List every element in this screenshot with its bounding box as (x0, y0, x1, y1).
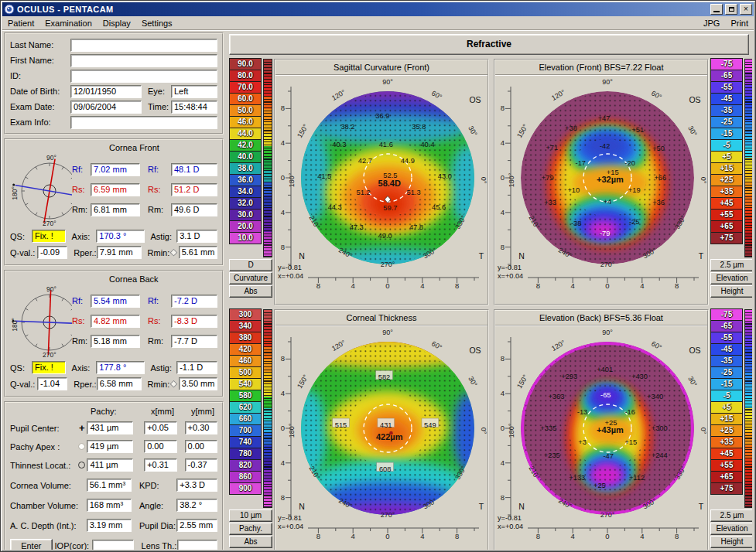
cornea-back-rs-mm-field[interactable]: 4.82 mm (91, 315, 140, 328)
rmin-front-field[interactable]: 5.61 mm (179, 246, 217, 259)
vol-value-field[interactable]: 3.19 mm (87, 519, 132, 532)
angle-label: 270° (600, 261, 615, 268)
angle-label: 270° (381, 511, 395, 519)
svg-text:4: 4 (640, 532, 644, 540)
id-label: ID: (10, 71, 70, 80)
scale-button-2-5-m[interactable]: 2.5 µm (710, 509, 752, 522)
eye-input[interactable]: Left (171, 85, 217, 98)
menu-patient[interactable]: Patient (2, 18, 39, 29)
vol-value-field[interactable]: 56.1 mm³ (87, 479, 132, 492)
menu-display[interactable]: Display (97, 18, 136, 29)
qval-label: Q-val.: (10, 380, 37, 389)
menu-examination[interactable]: Examination (39, 18, 97, 29)
svg-text:180°: 180° (11, 186, 19, 200)
cornea-back-rf-mm-field[interactable]: 5.54 mm (91, 295, 140, 308)
cornea-front-rs-mm-field[interactable]: 6.59 mm (91, 183, 140, 196)
scale-button-curvature[interactable]: Curvature (229, 272, 272, 285)
angle-label: 60° (430, 339, 443, 352)
astig-back-field[interactable]: -1.1 D (176, 361, 217, 374)
close-button[interactable]: × (740, 4, 752, 15)
exam-date-input[interactable]: 09/06/2004 (70, 101, 142, 114)
lens-th-field[interactable] (177, 540, 217, 550)
angle-label: 150° (515, 123, 529, 139)
minimize-button[interactable] (710, 4, 723, 15)
first-name-input[interactable] (70, 54, 217, 67)
dob-input[interactable]: 12/01/1950 (70, 85, 142, 98)
volume-rows: Cornea Volume:56.1 mm³KPD:+3.3 DChamber … (10, 479, 217, 532)
scale-tick-bar (263, 309, 272, 508)
scale-blocks: -75-65-55-45-35-25-15-5+5+15+25+35+45+55… (710, 309, 752, 509)
scale-button-d[interactable]: D (229, 259, 272, 271)
vol-value2-field[interactable]: +3.3 D (176, 479, 217, 492)
qs-front-field[interactable]: Fix. ! (32, 230, 66, 243)
svg-text:4: 4 (281, 208, 285, 216)
cornea-front-title: Cornea Front (109, 143, 217, 152)
cornea-back-rf-d-field[interactable]: -7.2 D (171, 295, 217, 308)
menu-jpg[interactable]: JPG (698, 18, 725, 29)
scale-button-10-m[interactable]: 10 µm (229, 509, 272, 522)
scale-button-height[interactable]: Height (710, 285, 752, 298)
rmin-back-field[interactable]: 3.50 mm (179, 377, 217, 390)
scale-button-2-5-m[interactable]: 2.5 µm (710, 259, 752, 271)
scale-entry: 30.0 (229, 209, 262, 221)
window-title: OCULUS - PENTACAM (17, 2, 708, 16)
cornea-front-rm-d-field[interactable]: 49.6 D (171, 203, 217, 216)
pachy-value-field[interactable]: 411 µm (87, 458, 133, 472)
astig-front-field[interactable]: 3.1 D (176, 230, 217, 243)
time-input[interactable]: 15:48:44 (171, 101, 217, 114)
vol-value2-field[interactable]: 2.55 mm (176, 519, 217, 532)
x-coord-field[interactable]: +0.31 (144, 458, 176, 472)
pachy-value-field[interactable]: 419 µm (87, 440, 133, 453)
scale-button-elevation[interactable]: Elevation (710, 523, 752, 535)
qval-back-field[interactable]: -1.04 (37, 377, 67, 390)
scale-button-abs[interactable]: Abs (229, 285, 272, 298)
cornea-back-rs-d-field[interactable]: -8.3 D (171, 315, 217, 328)
cornea-front-rf-d-field[interactable]: 48.1 D (171, 163, 217, 176)
cornea-front-rs-d-field[interactable]: 51.2 D (171, 183, 217, 196)
map-value-label: -79 (600, 230, 610, 237)
cornea-front-rm-mm-field[interactable]: 6.81 mm (91, 203, 140, 216)
vol-value-field[interactable]: 168 mm³ (87, 499, 132, 512)
scale-button-height[interactable]: Height (710, 536, 752, 548)
qs-back-field[interactable]: Fix. ! (32, 361, 66, 374)
eye-side-label: OS (689, 346, 700, 355)
scale-button-abs[interactable]: Abs (229, 536, 272, 548)
cornea-back-rm-mm-field[interactable]: 5.18 mm (91, 335, 140, 348)
svg-text:8: 8 (501, 493, 505, 502)
iop-cor-field[interactable] (92, 540, 134, 550)
refractive-header[interactable]: Refractive (229, 34, 749, 55)
scale-button-elevation[interactable]: Elevation (710, 272, 752, 285)
angle-label: 30° (467, 124, 479, 138)
x-coord-field[interactable]: +0.05 (144, 421, 176, 434)
restore-button[interactable] (725, 4, 737, 15)
rmin-diamond-icon (170, 249, 178, 257)
ring-marker-icon (77, 462, 87, 469)
menu-settings[interactable]: Settings (136, 18, 178, 29)
scale-entry: +45 (710, 448, 743, 460)
cornea-front-rf-mm-field[interactable]: 7.02 mm (91, 163, 140, 176)
y-coord-field[interactable]: 0.00 (185, 440, 217, 453)
exam-info-input[interactable] (70, 116, 217, 129)
axis-back-field[interactable]: 177.8 ° (96, 361, 144, 374)
last-name-input[interactable] (70, 39, 217, 52)
x-coord-field[interactable]: 0.00 (144, 440, 176, 453)
y-coord-field[interactable]: +0.30 (185, 421, 217, 434)
axis-front-field[interactable]: 170.3 ° (96, 230, 144, 243)
id-input[interactable] (70, 70, 217, 83)
vol-value2-field[interactable]: 38.2 ° (176, 499, 217, 512)
pachy-value-field[interactable]: 431 µm (87, 421, 133, 434)
cornea-back-rm-d-field[interactable]: -7.7 D (171, 335, 217, 348)
menu-print[interactable]: Print (725, 18, 754, 29)
enter-iop-button[interactable]: Enter IOP (10, 539, 53, 550)
scale-entry: +45 (710, 197, 743, 210)
map-value-label: +4 (604, 198, 612, 206)
y-coord-field[interactable]: -0.37 (185, 458, 217, 472)
svg-text:0: 0 (501, 173, 505, 182)
scale-entry: 300 (229, 308, 262, 321)
cornea-back-axis-dial: 90°180°0°270° (10, 284, 72, 358)
qval-front-field[interactable]: -0.09 (37, 246, 67, 259)
rper-back-field[interactable]: 6.58 mm (97, 377, 142, 390)
svg-text:4: 4 (281, 138, 285, 147)
scale-button-pachy-[interactable]: Pachy. (229, 523, 272, 535)
rper-front-field[interactable]: 7.91 mm (97, 246, 142, 259)
